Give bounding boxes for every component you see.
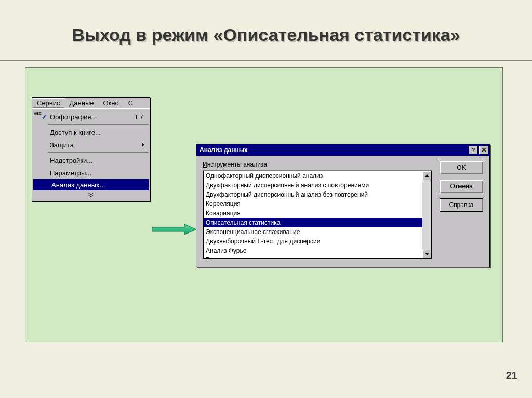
list-item[interactable]: Ковариация xyxy=(204,209,422,218)
scrollbar[interactable] xyxy=(422,171,432,259)
dialog-titlebar: Анализ данных ? xyxy=(196,144,489,156)
scroll-track[interactable] xyxy=(422,180,431,250)
menu-window: Сервис Данные Окно С ABC✓ Орфография... … xyxy=(32,97,150,201)
tools-listbox-wrap: Однофакторный дисперсионный анализДвухфа… xyxy=(203,170,432,259)
menu-item-options[interactable]: Параметры... xyxy=(32,167,150,179)
list-item[interactable]: Анализ Фурье xyxy=(204,246,422,255)
menu-separator xyxy=(48,124,149,125)
tools-label: Инструменты анализа xyxy=(203,161,432,168)
menu-item-spelling[interactable]: ABC✓ Орфография... F7 xyxy=(32,111,150,123)
menu-item-share[interactable]: Доступ к книге... xyxy=(32,126,150,139)
list-item[interactable]: Двухвыборочный F-тест для дисперсии xyxy=(204,237,422,246)
menu-item-label: Анализ данных... xyxy=(49,181,145,189)
help-link-button[interactable]: Справка xyxy=(440,198,483,212)
list-item[interactable]: Корреляция xyxy=(204,199,422,209)
menu-window-item[interactable]: Окно xyxy=(99,98,123,108)
slide-title: Выход в режим «Описательная статистика» xyxy=(0,25,532,45)
list-item[interactable]: Экспоненциальное сглаживание xyxy=(204,227,422,237)
arrow-up-icon xyxy=(425,174,429,177)
menu-item-analysis[interactable]: Анализ данных... xyxy=(33,179,149,190)
ok-button[interactable]: OK xyxy=(440,161,483,174)
menu-item-label: Доступ к книге... xyxy=(48,129,147,136)
content-frame: Сервис Данные Окно С ABC✓ Орфография... … xyxy=(25,67,503,342)
menu-truncated[interactable]: С xyxy=(124,98,137,108)
menu-accelerator: F7 xyxy=(136,113,147,121)
list-item[interactable]: Описательная статистика xyxy=(204,218,422,227)
scroll-down-button[interactable] xyxy=(422,250,431,258)
menu-item-addins[interactable]: Надстройки... xyxy=(32,154,150,167)
analysis-dialog: Анализ данных ? Инструменты анализа Одно… xyxy=(196,144,490,267)
menu-data[interactable]: Данные xyxy=(65,98,98,108)
menu-service[interactable]: Сервис xyxy=(33,98,64,108)
menu-item-label: Параметры... xyxy=(48,169,147,177)
menu-item-protection[interactable]: Защита xyxy=(32,139,150,151)
scroll-up-button[interactable] xyxy=(422,171,431,180)
menu-item-label: Орфография... xyxy=(48,113,136,121)
cancel-button[interactable]: Отмена xyxy=(440,180,483,193)
help-button[interactable]: ? xyxy=(469,146,478,154)
menu-item-label: Защита xyxy=(48,141,142,149)
list-item[interactable]: Гистограмма xyxy=(204,255,422,259)
menu-item-label: Надстройки... xyxy=(48,157,147,164)
service-dropdown: ABC✓ Орфография... F7 Доступ к книге... … xyxy=(32,109,150,201)
dialog-body: Инструменты анализа Однофакторный диспер… xyxy=(196,156,489,267)
chevron-down-icon xyxy=(88,193,94,198)
arrow-indicator xyxy=(152,224,197,235)
list-item[interactable]: Однофакторный дисперсионный анализ xyxy=(204,171,422,181)
menu-expand[interactable] xyxy=(32,190,150,200)
tools-listbox[interactable]: Однофакторный дисперсионный анализДвухфа… xyxy=(203,171,422,259)
tools-group: Инструменты анализа Однофакторный диспер… xyxy=(203,161,432,259)
menu-separator xyxy=(48,152,149,153)
list-item[interactable]: Двухфакторный дисперсионный анализ с пов… xyxy=(204,181,422,190)
arrow-down-icon xyxy=(425,253,429,255)
title-divider xyxy=(0,60,532,61)
menubar: Сервис Данные Окно С xyxy=(32,98,150,109)
dialog-buttons: OK Отмена Справка xyxy=(440,161,483,212)
dialog-title: Анализ данных xyxy=(200,146,248,154)
page-number: 21 xyxy=(506,369,517,381)
spelling-icon: ABC✓ xyxy=(33,111,48,123)
close-button[interactable] xyxy=(479,146,488,154)
submenu-arrow-icon xyxy=(142,143,144,147)
list-item[interactable]: Двухфакторный дисперсионный анализ без п… xyxy=(204,190,422,199)
